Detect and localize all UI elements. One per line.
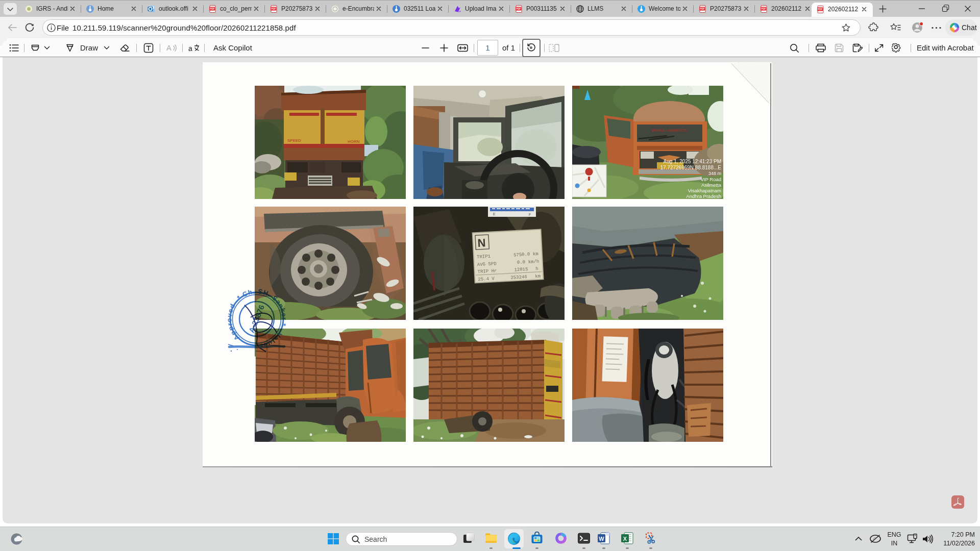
svg-text:12015: 12015: [514, 267, 528, 272]
svg-text:PDF: PDF: [210, 8, 214, 10]
svg-text:E: E: [493, 212, 496, 216]
svg-text:Aug 1, 2025 12:41:23 PM: Aug 1, 2025 12:41:23 PM: [664, 159, 721, 164]
svg-text:5750.0: 5750.0: [513, 252, 530, 258]
svg-text:SPEED: SPEED: [287, 138, 301, 143]
svg-text:km/h: km/h: [528, 259, 540, 265]
svg-text:X: X: [623, 536, 627, 542]
svg-text:A: A: [166, 43, 172, 52]
svg-text:253246: 253246: [510, 274, 527, 281]
svg-text:Visakhapatnam: Visakhapatnam: [688, 188, 721, 193]
svg-text:PDF: PDF: [271, 8, 276, 10]
svg-text:17.72726969N 88.8188...E: 17.72726969N 88.8188...E: [660, 165, 721, 170]
svg-text:PDF: PDF: [818, 8, 822, 11]
svg-text:348 m: 348 m: [708, 171, 721, 176]
svg-text:VENKA LOGISTICS: VENKA LOGISTICS: [652, 128, 687, 133]
svg-text:N: N: [477, 236, 486, 249]
svg-text:TRIP1: TRIP1: [477, 254, 491, 260]
svg-text:PDF: PDF: [516, 8, 521, 10]
svg-text:PDF: PDF: [761, 8, 766, 10]
svg-text:h: h: [535, 266, 538, 271]
svg-text:AVG SPD: AVG SPD: [477, 261, 497, 267]
svg-text:Asilmetta: Asilmetta: [701, 182, 722, 188]
svg-text:F: F: [529, 213, 531, 216]
svg-text:VIP Road: VIP Road: [701, 177, 722, 182]
svg-text:Approved: Approved: [227, 302, 241, 342]
svg-text:a: a: [188, 44, 192, 53]
svg-text:HORN: HORN: [348, 139, 360, 144]
svg-text:km: km: [535, 274, 541, 280]
svg-text:PDF: PDF: [700, 8, 704, 10]
svg-text:0.0: 0.0: [517, 260, 526, 265]
svg-text:25.4 V: 25.4 V: [478, 276, 495, 282]
svg-text:km: km: [533, 252, 538, 257]
svg-text:W: W: [599, 536, 604, 542]
svg-text:TRIP Hr: TRIP Hr: [477, 268, 497, 274]
svg-text:Andhra Pradesh: Andhra Pradesh: [686, 193, 721, 199]
